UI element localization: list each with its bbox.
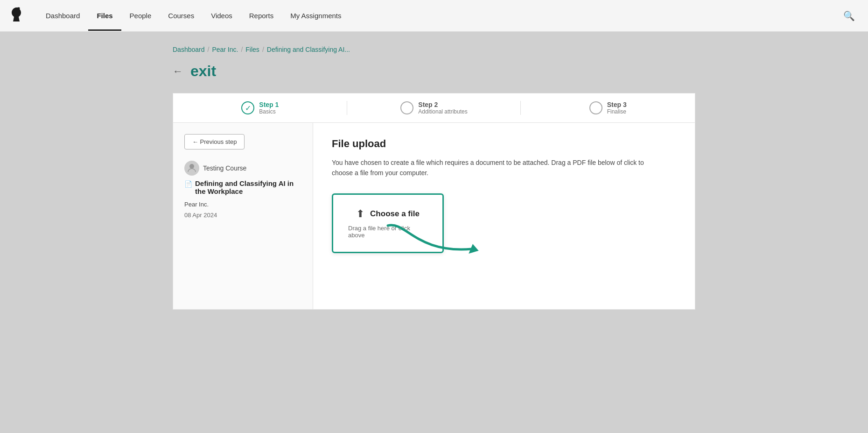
step-1-sub: Basics	[259, 108, 279, 115]
author-avatar	[184, 161, 199, 176]
step-2-icon	[400, 101, 413, 114]
step-3-name: Step 3	[607, 101, 627, 108]
step-3[interactable]: Step 3 Finalise	[521, 101, 695, 115]
breadcrumb: Dashboard / Pear Inc. / Files / Defining…	[173, 46, 695, 53]
step-2-text: Step 2 Additional attributes	[418, 101, 467, 115]
step-1[interactable]: ✓ Step 1 Basics	[173, 101, 347, 115]
exit-header: ← exit	[173, 63, 695, 80]
file-date: 08 Apr 2024	[184, 212, 301, 219]
choose-file-label: Choose a file	[370, 209, 420, 219]
nav-people[interactable]: People	[121, 0, 160, 31]
step-3-sub: Finalise	[607, 108, 627, 115]
file-org: Pear Inc.	[184, 201, 301, 208]
svg-point-1	[189, 164, 194, 169]
upload-title: File upload	[332, 138, 676, 150]
main-content: Dashboard / Pear Inc. / Files / Defining…	[154, 32, 714, 328]
upload-icon: ⬆	[356, 208, 364, 220]
step-1-text: Step 1 Basics	[259, 101, 279, 115]
file-doc-icon: 📄	[184, 180, 192, 188]
drag-hint-text: Drag a file here or click above	[348, 225, 427, 239]
nav-courses[interactable]: Courses	[160, 0, 203, 31]
left-panel: ← Previous step Testing Course 📄 Definin…	[173, 123, 313, 309]
app-logo[interactable]	[9, 7, 23, 25]
step-2-sub: Additional attributes	[418, 108, 467, 115]
step-2-name: Step 2	[418, 101, 467, 108]
file-title-preview: 📄 Defining and Classifying AI in the Wor…	[184, 179, 301, 195]
exit-back-arrow[interactable]: ←	[173, 65, 183, 78]
prev-step-button[interactable]: ← Previous step	[184, 134, 245, 149]
breadcrumb-sep-3: /	[262, 46, 264, 53]
nav-my-assignments[interactable]: My Assignments	[282, 0, 350, 31]
breadcrumb-sep-1: /	[208, 46, 210, 53]
step-3-text: Step 3 Finalise	[607, 101, 627, 115]
step-1-name: Step 1	[259, 101, 279, 108]
upload-desc: You have chosen to create a file which r…	[332, 157, 649, 178]
content-area: ← Previous step Testing Course 📄 Definin…	[173, 123, 695, 310]
breadcrumb-files[interactable]: Files	[245, 46, 259, 53]
breadcrumb-dashboard[interactable]: Dashboard	[173, 46, 205, 53]
right-panel: File upload You have chosen to create a …	[313, 123, 695, 309]
file-upload-box[interactable]: ⬆ Choose a file Drag a file here or clic…	[332, 193, 444, 253]
step-2[interactable]: Step 2 Additional attributes	[347, 101, 521, 115]
nav-links: Dashboard Files People Courses Videos Re…	[37, 0, 840, 31]
step-3-icon	[589, 101, 602, 114]
exit-title[interactable]: exit	[190, 63, 216, 80]
file-preview: Testing Course 📄 Defining and Classifyin…	[184, 161, 301, 219]
nav-dashboard[interactable]: Dashboard	[37, 0, 88, 31]
nav-videos[interactable]: Videos	[203, 0, 241, 31]
nav-files[interactable]: Files	[88, 0, 121, 31]
breadcrumb-current: Defining and Classifying AI...	[267, 46, 350, 53]
breadcrumb-sep-2: /	[241, 46, 243, 53]
step-1-icon: ✓	[241, 101, 254, 114]
author-name: Testing Course	[203, 164, 246, 172]
breadcrumb-pear[interactable]: Pear Inc.	[212, 46, 238, 53]
nav-reports[interactable]: Reports	[241, 0, 282, 31]
file-author: Testing Course	[184, 161, 301, 176]
steps-bar: ✓ Step 1 Basics Step 2 Additional attrib…	[173, 93, 695, 123]
upload-icon-row: ⬆ Choose a file	[356, 208, 420, 220]
navbar: Dashboard Files People Courses Videos Re…	[0, 0, 868, 32]
search-icon[interactable]: 🔍	[840, 7, 859, 25]
svg-marker-2	[469, 243, 480, 255]
